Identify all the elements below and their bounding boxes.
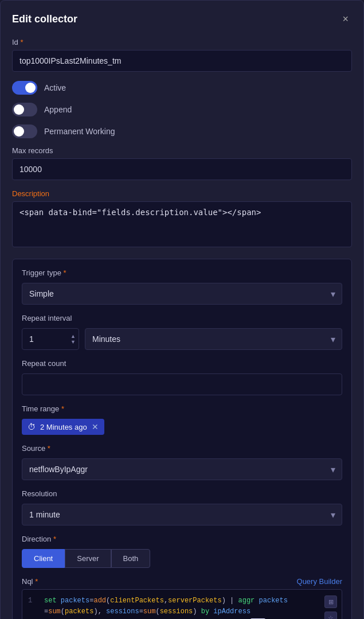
time-range-chip-close[interactable]: ✕: [92, 422, 99, 431]
nql-field-group: Nql * Query Builder 1 set packets=add(cl…: [22, 577, 342, 619]
max-records-input[interactable]: [12, 158, 352, 180]
source-label: Source *: [22, 444, 342, 453]
description-input[interactable]: <span data-bind="fields.description.valu…: [12, 201, 352, 247]
stepper-down-button[interactable]: ▼: [69, 340, 77, 345]
id-field-group: Id *: [12, 38, 352, 72]
resolution-select-wrapper: 1 minute 5 minutes 1 hour: [22, 504, 342, 525]
code-icon-table-button[interactable]: ⊞: [324, 595, 337, 608]
id-label: Id *: [12, 38, 352, 46]
permanent-working-toggle-row: Permanent Working: [12, 124, 352, 138]
append-toggle[interactable]: [12, 103, 37, 116]
direction-label: Direction *: [22, 535, 342, 543]
active-label: Active: [44, 83, 66, 92]
code-content-1: set packets=add(clientPackets,serverPack…: [44, 595, 336, 606]
modal-title: Edit collector: [12, 13, 77, 25]
line-number-2: [28, 606, 37, 617]
trigger-type-select-wrapper: Simple Cron: [22, 283, 342, 305]
code-line-1: 1 set packets=add(clientPackets,serverPa…: [28, 595, 336, 606]
code-icon-star-button[interactable]: ☆: [324, 612, 337, 619]
minutes-select[interactable]: Seconds Minutes Hours: [85, 328, 342, 350]
code-editor-icons: ⊞ ☆: [324, 595, 337, 619]
trigger-type-label: Trigger type *: [22, 268, 342, 277]
line-number-1: 1: [28, 595, 37, 606]
source-select-wrapper: netflowByIpAggr netflowByPort: [22, 458, 342, 480]
edit-collector-modal: Edit collector × Id * Active Append Perm…: [0, 0, 364, 619]
source-required-star: *: [48, 444, 50, 453]
id-required-star: *: [20, 38, 23, 46]
repeat-count-input[interactable]: [22, 373, 342, 395]
repeat-interval-field-group: Repeat interval ▲ ▼ Seconds Minutes Hour…: [22, 314, 342, 350]
resolution-field-group: Resolution 1 minute 5 minutes 1 hour: [22, 489, 342, 525]
nql-header: Nql * Query Builder: [22, 577, 342, 586]
active-toggle-row: Active: [12, 81, 352, 95]
resolution-label: Resolution: [22, 489, 342, 498]
modal-header: Edit collector ×: [12, 12, 352, 26]
time-range-field-group: Time range * ⏱ 2 Minutes ago ✕: [22, 404, 342, 435]
minutes-select-wrapper: Seconds Minutes Hours: [85, 328, 342, 350]
resolution-select[interactable]: 1 minute 5 minutes 1 hour: [22, 504, 342, 525]
stepper-up-button[interactable]: ▲: [69, 334, 77, 339]
stepper-buttons: ▲ ▼: [69, 334, 77, 345]
append-toggle-row: Append: [12, 103, 352, 116]
trigger-section: Trigger type * Simple Cron Repeat interv…: [12, 259, 352, 619]
nql-label: Nql *: [22, 577, 38, 586]
repeat-interval-row: ▲ ▼ Seconds Minutes Hours: [22, 328, 342, 350]
description-field-group: Description <span data-bind="fields.desc…: [12, 189, 352, 250]
time-range-chip-text: 2 Minutes ago: [40, 423, 87, 431]
direction-server-button[interactable]: Server: [65, 549, 111, 568]
repeat-interval-label: Repeat interval: [22, 314, 342, 322]
repeat-interval-number-wrapper: ▲ ▼: [22, 328, 79, 350]
nql-code-editor[interactable]: 1 set packets=add(clientPackets,serverPa…: [22, 589, 342, 619]
permanent-working-label: Permanent Working: [44, 127, 115, 136]
direction-both-button[interactable]: Both: [111, 549, 151, 568]
repeat-count-field-group: Repeat count: [22, 359, 342, 395]
close-button[interactable]: ×: [339, 12, 352, 26]
code-content-2: =sum(packets), sessions=sum(sessions) by…: [44, 606, 336, 617]
max-records-field-group: Max records: [12, 146, 352, 180]
active-toggle-thumb: [25, 83, 36, 93]
direction-required-star: *: [53, 535, 56, 543]
trigger-type-select[interactable]: Simple Cron: [22, 283, 342, 305]
max-records-label: Max records: [12, 146, 352, 155]
permanent-working-toggle[interactable]: [12, 124, 37, 138]
trigger-type-required-star: *: [64, 268, 66, 277]
query-builder-link[interactable]: Query Builder: [297, 577, 342, 586]
append-label: Append: [44, 105, 72, 114]
repeat-count-label: Repeat count: [22, 359, 342, 368]
description-label: Description: [12, 189, 352, 198]
time-range-label: Time range *: [22, 404, 342, 413]
source-field-group: Source * netflowByIpAggr netflowByPort: [22, 444, 342, 480]
nql-required-star: *: [35, 577, 38, 586]
id-input[interactable]: [12, 50, 352, 72]
direction-buttons: Client Server Both: [22, 549, 342, 568]
permanent-working-toggle-thumb: [14, 126, 24, 137]
direction-field-group: Direction * Client Server Both: [22, 535, 342, 568]
time-range-required-star: *: [61, 404, 64, 413]
trigger-type-field-group: Trigger type * Simple Cron: [22, 268, 342, 305]
append-toggle-thumb: [14, 104, 24, 115]
active-toggle[interactable]: [12, 81, 37, 95]
time-range-chip: ⏱ 2 Minutes ago ✕: [22, 419, 104, 435]
code-line-2: =sum(packets), sessions=sum(sessions) by…: [28, 606, 336, 617]
direction-client-button[interactable]: Client: [22, 549, 65, 568]
source-select[interactable]: netflowByIpAggr netflowByPort: [22, 458, 342, 480]
time-range-icon: ⏱: [28, 422, 36, 431]
